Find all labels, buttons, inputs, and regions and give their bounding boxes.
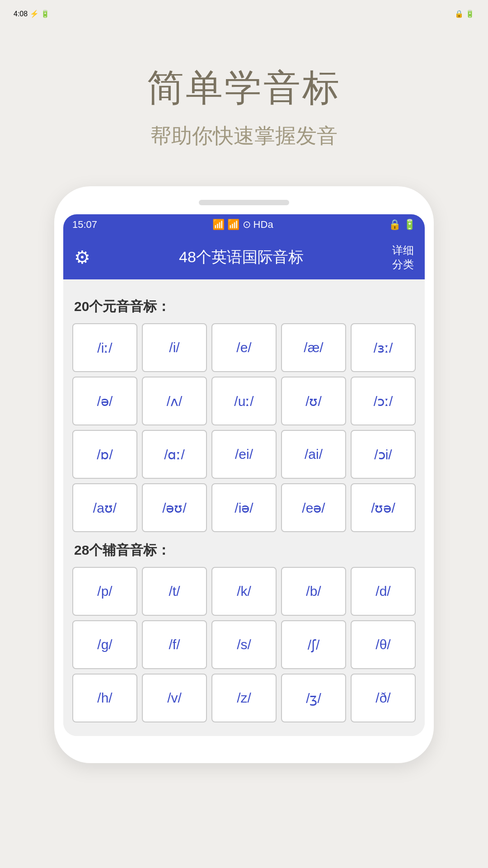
vowel-cell[interactable]: /ʊə/ (351, 483, 416, 532)
consonant-cell[interactable]: /v/ (142, 674, 207, 722)
vowel-cell[interactable]: /i/ (142, 323, 207, 372)
vowel-cell[interactable]: /e/ (211, 323, 277, 372)
vowel-cell[interactable]: /ɑː/ (142, 430, 207, 479)
appbar-title: 48个英语国际音标 (90, 247, 392, 268)
phone-time: 15:07 (72, 219, 97, 231)
outer-status-left: 4:08 ⚡ 🔋 (14, 9, 50, 18)
consonant-cell[interactable]: /p/ (72, 567, 137, 616)
consonant-cell[interactable]: /ð/ (351, 674, 416, 722)
consonant-cell[interactable]: /ʃ/ (281, 620, 346, 669)
vowel-cell[interactable]: /ɒ/ (72, 430, 137, 479)
consonant-cell[interactable]: /θ/ (351, 620, 416, 669)
vowel-section-label: 20个元音音标： (74, 297, 416, 316)
consonant-cell[interactable]: /h/ (72, 674, 137, 722)
phone-body: 20个元音音标： /iː//i//e//æ//ɜː//ə//ʌ//uː//ʊ//… (63, 279, 425, 736)
consonant-cell[interactable]: /d/ (351, 567, 416, 616)
vowel-cell[interactable]: /aʊ/ (72, 483, 137, 532)
app-subtitle: 帮助你快速掌握发音 (147, 122, 341, 150)
vowel-cell[interactable]: /æ/ (281, 323, 346, 372)
consonant-grid: /p//t//k//b//d//g//f//s//ʃ//θ//h//v//z//… (72, 567, 416, 722)
phone-notch (199, 200, 289, 205)
consonant-cell[interactable]: /g/ (72, 620, 137, 669)
vowel-cell[interactable]: /iː/ (72, 323, 137, 372)
phone-mockup: 15:07 📶 📶 ⊙ HDa 🔒 🔋 ⚙ 48个英语国际音标 详细 分类 20… (54, 186, 434, 763)
vowel-cell[interactable]: /iə/ (211, 483, 277, 532)
phone-status-icons: 📶 📶 ⊙ HDa (212, 219, 273, 231)
vowel-cell[interactable]: /ʌ/ (142, 377, 207, 425)
vowel-cell[interactable]: /ʊ/ (281, 377, 346, 425)
vowel-grid: /iː//i//e//æ//ɜː//ə//ʌ//uː//ʊ//ɔː//ɒ//ɑː… (72, 323, 416, 532)
vowel-cell[interactable]: /ə/ (72, 377, 137, 425)
vowel-cell[interactable]: /əʊ/ (142, 483, 207, 532)
app-title: 简单学音标 (147, 63, 341, 113)
vowel-cell[interactable]: /uː/ (211, 377, 277, 425)
vowel-cell[interactable]: /ɔː/ (351, 377, 416, 425)
settings-icon[interactable]: ⚙ (74, 247, 90, 268)
outer-status-right: 🔒 🔋 (455, 9, 474, 18)
consonant-cell[interactable]: /b/ (281, 567, 346, 616)
consonant-cell[interactable]: /k/ (211, 567, 277, 616)
consonant-cell[interactable]: /s/ (211, 620, 277, 669)
consonant-cell[interactable]: /f/ (142, 620, 207, 669)
detail-category-button[interactable]: 详细 分类 (392, 243, 414, 271)
phone-appbar: ⚙ 48个英语国际音标 详细 分类 (63, 235, 425, 279)
vowel-cell[interactable]: /ɜː/ (351, 323, 416, 372)
consonant-cell[interactable]: /t/ (142, 567, 207, 616)
vowel-cell[interactable]: /ei/ (211, 430, 277, 479)
vowel-cell[interactable]: /eə/ (281, 483, 346, 532)
consonant-cell[interactable]: /ʒ/ (281, 674, 346, 722)
vowel-cell[interactable]: /ɔi/ (351, 430, 416, 479)
phone-inner: 15:07 📶 📶 ⊙ HDa 🔒 🔋 ⚙ 48个英语国际音标 详细 分类 20… (63, 214, 425, 736)
outer-status-bar: 4:08 ⚡ 🔋 🔒 🔋 (0, 0, 488, 27)
phone-battery: 🔒 🔋 (389, 219, 416, 231)
consonant-cell[interactable]: /z/ (211, 674, 277, 722)
vowel-cell[interactable]: /ai/ (281, 430, 346, 479)
app-header: 简单学音标 帮助你快速掌握发音 (147, 63, 341, 150)
phone-status-bar: 15:07 📶 📶 ⊙ HDa 🔒 🔋 (63, 214, 425, 235)
consonant-section-label: 28个辅音音标： (74, 541, 416, 560)
